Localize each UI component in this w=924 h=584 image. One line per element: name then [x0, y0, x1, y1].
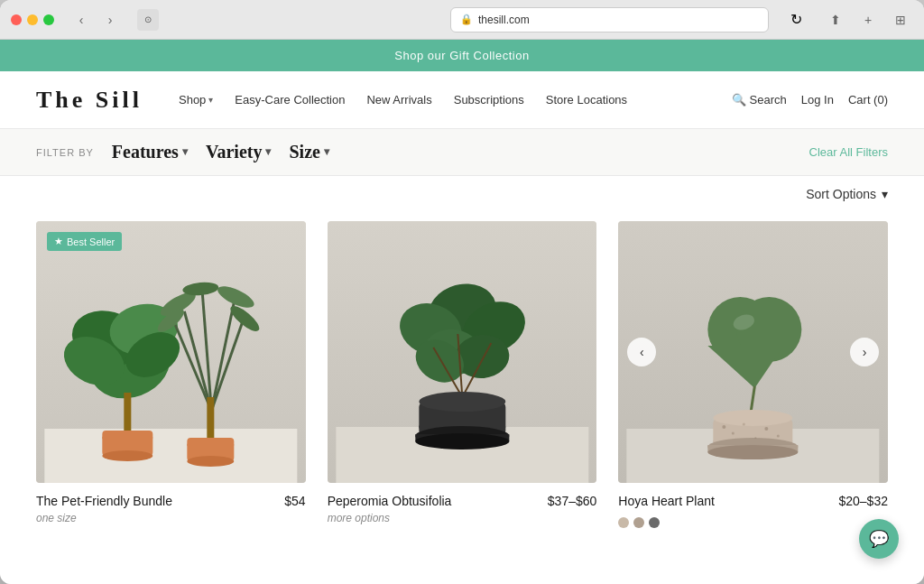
svg-point-57 [755, 437, 757, 439]
nav-new-arrivals[interactable]: New Arrivals [366, 93, 431, 107]
svg-point-48 [714, 410, 793, 426]
login-action[interactable]: Log In [801, 93, 834, 107]
svg-point-9 [102, 450, 152, 461]
svg-point-56 [777, 435, 780, 438]
search-action[interactable]: 🔍 Search [732, 93, 787, 107]
product-price-1: $54 [284, 494, 305, 508]
sidebar-button[interactable]: ⊞ [888, 7, 913, 32]
window-controls [11, 14, 54, 25]
svg-point-51 [708, 445, 799, 459]
color-dot-1[interactable] [618, 517, 629, 528]
browser-nav: ‹ › [69, 7, 123, 32]
product-card-1[interactable]: ★ Best Seller The Pet-Friendly Bundle $5… [36, 221, 306, 528]
browser-actions: ⬆ + ⊞ [823, 7, 913, 32]
color-dot-2[interactable] [633, 517, 644, 528]
product-name-2: Peperomia Obtusifolia [328, 494, 452, 508]
product-sub-1: one size [36, 512, 306, 524]
address-bar[interactable]: 🔒 thesill.com [450, 7, 769, 32]
product-price-2: $37–$60 [548, 494, 597, 508]
reload-button[interactable]: ↻ [783, 7, 808, 32]
color-dot-3[interactable] [649, 517, 660, 528]
filter-bar: FILTER BY Features ▾ Variety ▾ Size ▾ Cl… [0, 129, 924, 176]
product-info-2: Peperomia Obtusifolia $37–$60 [328, 483, 597, 512]
features-dropdown-icon: ▾ [182, 145, 188, 159]
product-name-3: Hoya Heart Plant [618, 494, 715, 508]
svg-rect-6 [124, 393, 131, 433]
plant-image-bundle [36, 221, 306, 483]
product-card-3[interactable]: ‹ › Hoya Heart Plant $20–$32 [618, 221, 888, 528]
clear-filters-link[interactable]: Clear All Filters [809, 145, 888, 159]
star-icon: ★ [54, 236, 63, 247]
sort-options-button[interactable]: Sort Options ▾ [806, 187, 888, 201]
product-image-2 [328, 221, 597, 483]
svg-point-54 [743, 423, 745, 426]
carousel-right-button[interactable]: › [850, 338, 879, 366]
nav-shop[interactable]: Shop ▾ [179, 93, 213, 107]
product-image-3: ‹ › [618, 221, 888, 483]
sort-dropdown-icon: ▾ [882, 187, 888, 201]
nav-actions: 🔍 Search Log In Cart (0) [732, 93, 888, 107]
cart-action[interactable]: Cart (0) [848, 93, 888, 107]
share-button[interactable]: ⬆ [823, 7, 848, 32]
product-grid: ★ Best Seller The Pet-Friendly Bundle $5… [0, 212, 924, 546]
plant-image-peperomia [328, 221, 597, 483]
product-info-1: The Pet-Friendly Bundle $54 [36, 483, 306, 512]
product-color-dots-3 [618, 517, 888, 528]
svg-rect-20 [207, 397, 214, 440]
browser-window: ‹ › ⊙ 🔒 thesill.com ↻ ⬆ + ⊞ Shop our Gif… [0, 0, 924, 584]
nav-store-locations[interactable]: Store Locations [546, 93, 627, 107]
back-button[interactable]: ‹ [69, 7, 94, 32]
lock-icon: 🔒 [460, 14, 473, 25]
svg-point-36 [419, 392, 505, 412]
svg-marker-43 [708, 346, 784, 388]
filter-size[interactable]: Size ▾ [282, 138, 336, 166]
svg-point-53 [732, 432, 735, 435]
svg-point-23 [187, 456, 234, 467]
svg-point-52 [723, 425, 726, 429]
best-seller-badge: ★ Best Seller [47, 232, 122, 251]
variety-dropdown-icon: ▾ [265, 145, 271, 159]
new-tab-button[interactable]: + [855, 7, 881, 32]
site-logo[interactable]: The Sill [36, 87, 143, 114]
forward-button[interactable]: › [97, 7, 123, 32]
url-text: thesill.com [478, 14, 530, 26]
minimize-dot[interactable] [27, 14, 38, 25]
filter-variety[interactable]: Variety ▾ [199, 138, 279, 166]
shop-dropdown-icon: ▾ [208, 95, 213, 105]
close-dot[interactable] [11, 14, 22, 25]
sort-bar: Sort Options ▾ [0, 176, 924, 212]
chat-button[interactable]: 💬 [859, 519, 899, 559]
filter-features[interactable]: Features ▾ [105, 138, 195, 166]
product-name-1: The Pet-Friendly Bundle [36, 494, 172, 508]
svg-point-39 [415, 433, 509, 450]
nav-subscriptions[interactable]: Subscriptions [454, 93, 524, 107]
main-nav: The Sill Shop ▾ Easy-Care Collection New… [0, 71, 924, 129]
product-info-3: Hoya Heart Plant $20–$32 [618, 483, 888, 512]
size-dropdown-icon: ▾ [324, 145, 329, 159]
tab-bar: ⊙ [137, 9, 436, 31]
product-card-2[interactable]: Peperomia Obtusifolia $37–$60 more optio… [328, 221, 597, 528]
maximize-dot[interactable] [43, 14, 54, 25]
product-price-3: $20–$32 [838, 494, 888, 508]
nav-links: Shop ▾ Easy-Care Collection New Arrivals… [179, 93, 732, 107]
tab-icon: ⊙ [137, 9, 159, 31]
svg-line-45 [752, 386, 755, 411]
announcement-text: Shop our Gift Collection [394, 49, 529, 62]
plant-image-hoya [618, 221, 888, 483]
product-image-1: ★ Best Seller [36, 221, 306, 483]
nav-easy-care[interactable]: Easy-Care Collection [235, 93, 345, 107]
chat-icon: 💬 [869, 529, 889, 549]
svg-point-55 [765, 427, 769, 431]
svg-rect-0 [44, 429, 297, 483]
search-icon: 🔍 [732, 93, 746, 107]
filter-label: FILTER BY [36, 147, 94, 158]
browser-toolbar: ‹ › ⊙ 🔒 thesill.com ↻ ⬆ + ⊞ [0, 0, 924, 40]
announcement-banner[interactable]: Shop our Gift Collection [0, 40, 924, 71]
website-content: Shop our Gift Collection The Sill Shop ▾… [0, 40, 924, 584]
product-sub-2: more options [328, 512, 597, 524]
carousel-left-button[interactable]: ‹ [627, 338, 656, 366]
